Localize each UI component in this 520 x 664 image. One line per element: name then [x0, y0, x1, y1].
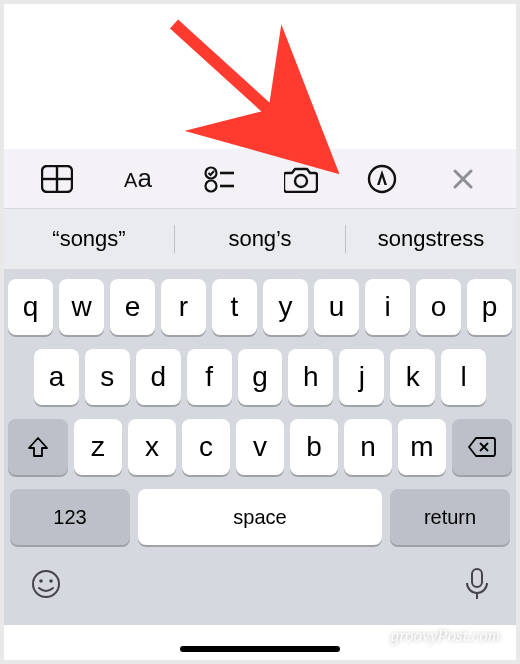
- svg-point-15: [39, 579, 43, 583]
- svg-rect-17: [472, 569, 482, 587]
- key-h[interactable]: h: [288, 349, 333, 405]
- emoji-icon[interactable]: [30, 568, 62, 600]
- watermark: groovyPost.com: [391, 626, 500, 646]
- text-format-button[interactable]: Aa: [118, 159, 158, 199]
- ios-keyboard: q w e r t y u i o p a s d f g h j k l z …: [4, 269, 516, 625]
- close-icon[interactable]: [443, 159, 483, 199]
- mic-icon[interactable]: [464, 567, 490, 601]
- key-u[interactable]: u: [314, 279, 359, 335]
- key-t[interactable]: t: [212, 279, 257, 335]
- key-e[interactable]: e: [110, 279, 155, 335]
- key-d[interactable]: d: [136, 349, 181, 405]
- svg-point-8: [295, 175, 307, 187]
- key-k[interactable]: k: [390, 349, 435, 405]
- suggestion-1[interactable]: song’s: [175, 220, 345, 258]
- svg-point-5: [206, 180, 217, 191]
- key-f[interactable]: f: [187, 349, 232, 405]
- suggestion-0[interactable]: “songs”: [4, 220, 174, 258]
- return-key[interactable]: return: [390, 489, 510, 545]
- key-b[interactable]: b: [290, 419, 338, 475]
- suggestion-bar: “songs” song’s songstress: [4, 209, 516, 269]
- suggestion-2[interactable]: songstress: [346, 220, 516, 258]
- key-row-3: z x c v b n m: [8, 419, 512, 475]
- key-row-1: q w e r t y u i o p: [8, 279, 512, 335]
- key-l[interactable]: l: [441, 349, 486, 405]
- key-y[interactable]: y: [263, 279, 308, 335]
- key-v[interactable]: v: [236, 419, 284, 475]
- key-c[interactable]: c: [182, 419, 230, 475]
- key-row-2: a s d f g h j k l: [8, 349, 512, 405]
- checklist-icon[interactable]: [199, 159, 239, 199]
- key-i[interactable]: i: [365, 279, 410, 335]
- key-r[interactable]: r: [161, 279, 206, 335]
- key-q[interactable]: q: [8, 279, 53, 335]
- markup-icon[interactable]: [362, 159, 402, 199]
- table-icon[interactable]: [37, 159, 77, 199]
- key-s[interactable]: s: [85, 349, 130, 405]
- svg-point-16: [49, 579, 53, 583]
- key-w[interactable]: w: [59, 279, 104, 335]
- key-a[interactable]: a: [34, 349, 79, 405]
- delete-key[interactable]: [452, 419, 512, 475]
- camera-icon[interactable]: [281, 159, 321, 199]
- home-indicator[interactable]: [180, 646, 340, 652]
- space-key[interactable]: space: [138, 489, 382, 545]
- shift-key[interactable]: [8, 419, 68, 475]
- key-z[interactable]: z: [74, 419, 122, 475]
- key-o[interactable]: o: [416, 279, 461, 335]
- key-row-4: 123 space return: [8, 489, 512, 545]
- numeric-key[interactable]: 123: [10, 489, 130, 545]
- notes-toolbar: Aa: [4, 149, 516, 209]
- keyboard-footer: [8, 559, 512, 601]
- key-x[interactable]: x: [128, 419, 176, 475]
- svg-point-14: [33, 571, 59, 597]
- svg-point-9: [369, 166, 395, 192]
- key-j[interactable]: j: [339, 349, 384, 405]
- note-content-area[interactable]: [4, 4, 516, 149]
- key-p[interactable]: p: [467, 279, 512, 335]
- key-m[interactable]: m: [398, 419, 446, 475]
- key-n[interactable]: n: [344, 419, 392, 475]
- key-g[interactable]: g: [238, 349, 283, 405]
